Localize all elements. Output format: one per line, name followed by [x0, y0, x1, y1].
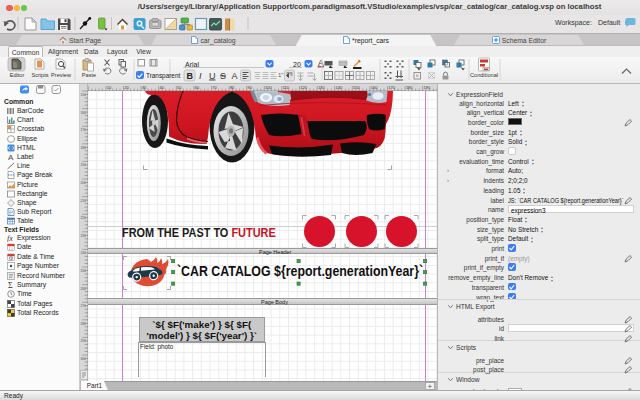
svg-text:70: 70: [212, 85, 217, 90]
svg-text:210: 210: [81, 199, 87, 203]
svg-text:190: 190: [424, 85, 431, 90]
svg-text:250: 250: [81, 269, 87, 273]
svg-text:110: 110: [283, 85, 290, 90]
svg-text:20: 20: [124, 85, 129, 90]
svg-text:A: A: [318, 58, 324, 68]
svg-text:150: 150: [81, 93, 87, 97]
svg-text:270: 270: [81, 304, 87, 308]
svg-text:120: 120: [300, 85, 307, 90]
svg-text:200: 200: [81, 181, 87, 185]
svg-text:10: 10: [107, 85, 112, 90]
svg-text:100: 100: [265, 85, 272, 90]
svg-text:50: 50: [177, 85, 182, 90]
svg-text:40: 40: [160, 85, 165, 90]
svg-text:A: A: [232, 71, 238, 81]
svg-text:A: A: [8, 153, 14, 161]
svg-text:170: 170: [388, 85, 395, 90]
svg-text:140: 140: [336, 85, 343, 90]
svg-text:fx: fx: [7, 234, 13, 242]
svg-text:1": 1": [278, 72, 283, 78]
svg-text:190: 190: [81, 163, 87, 167]
svg-text:180: 180: [406, 85, 413, 90]
svg-text:60: 60: [195, 85, 200, 90]
svg-text:170: 170: [81, 128, 87, 132]
svg-text:180: 180: [81, 146, 87, 150]
svg-text:150: 150: [353, 85, 360, 90]
svg-text:290: 290: [81, 339, 87, 343]
svg-text:300: 300: [81, 357, 87, 361]
svg-text:130: 130: [318, 85, 325, 90]
svg-text:Σ: Σ: [8, 281, 13, 289]
svg-text:260: 260: [81, 287, 87, 291]
svg-text:B: B: [187, 71, 194, 81]
svg-text:U: U: [209, 71, 216, 81]
svg-text:220: 220: [81, 216, 87, 220]
svg-text:30: 30: [142, 85, 147, 90]
svg-text:S: S: [220, 71, 226, 81]
svg-text:90: 90: [248, 85, 253, 90]
svg-text:240: 240: [81, 251, 87, 255]
svg-text:160: 160: [81, 111, 87, 115]
svg-text:80: 80: [230, 85, 235, 90]
svg-text:230: 230: [81, 234, 87, 238]
svg-text:I: I: [199, 71, 202, 81]
svg-text:160: 160: [371, 85, 378, 90]
svg-text:280: 280: [81, 322, 87, 326]
